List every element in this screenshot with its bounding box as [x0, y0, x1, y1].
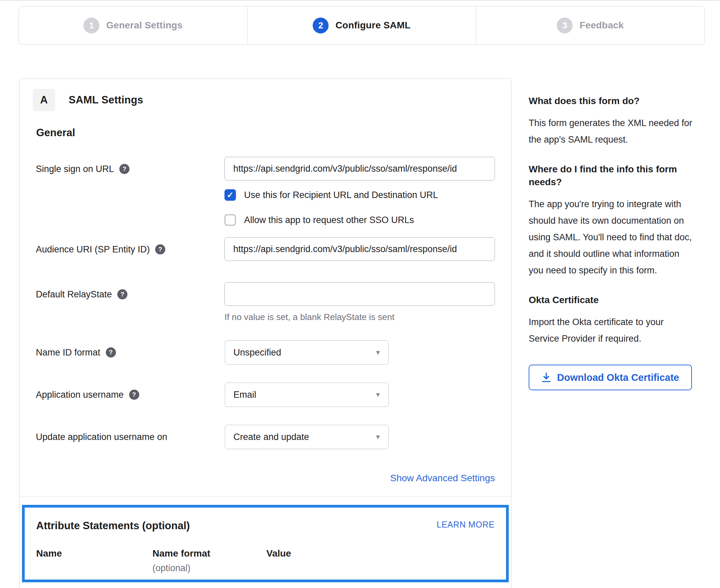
chevron-down-icon: ▾ — [376, 433, 380, 441]
attribute-statements-header: Attribute Statements (optional) LEARN MO… — [36, 520, 495, 532]
card-header: A SAML Settings — [20, 79, 511, 111]
download-icon — [541, 372, 551, 382]
relay-state-controls: If no value is set, a blank RelayState i… — [224, 282, 495, 322]
attr-col-name-format: Name format — [152, 548, 266, 559]
step-1-label: General Settings — [106, 20, 183, 31]
sidebar-heading-find-info: Where do I find the info this form needs… — [529, 163, 694, 189]
audience-uri-row: Audience URI (SP Entity ID) ? — [36, 237, 495, 261]
step-configure-saml[interactable]: 2 Configure SAML — [247, 6, 476, 44]
name-id-format-value: Unspecified — [233, 348, 281, 358]
step-2-label: Configure SAML — [335, 20, 410, 31]
card-title: SAML Settings — [69, 94, 143, 106]
saml-form: Single sign on URL ? ✓ Use this for Reci… — [20, 157, 511, 484]
configure-saml-page: 1 General Settings 2 Configure SAML 3 Fe… — [0, 0, 720, 588]
advanced-settings-row: Show Advanced Settings — [36, 473, 495, 484]
relay-state-label-wrap: Default RelayState ? — [36, 282, 224, 322]
sidebar-heading-form-purpose: What does this form do? — [529, 94, 694, 107]
audience-uri-input[interactable] — [224, 237, 495, 261]
recipient-url-check-row: ✓ Use this for Recipient URL and Destina… — [224, 189, 495, 201]
attribute-statements-title: Attribute Statements (optional) — [36, 520, 190, 532]
attribute-statements-section: Attribute Statements (optional) LEARN MO… — [22, 505, 509, 582]
wizard-stepper: 1 General Settings 2 Configure SAML 3 Fe… — [19, 6, 705, 45]
attribute-table-headers: Name Name format (optional) Value — [36, 548, 495, 573]
sidebar-body-okta-certificate: Import the Okta certificate to your Serv… — [529, 314, 694, 347]
step-1-circle: 1 — [83, 18, 99, 34]
section-divider — [20, 497, 511, 497]
audience-uri-label-wrap: Audience URI (SP Entity ID) ? — [36, 237, 224, 261]
name-id-format-label-wrap: Name ID format ? — [36, 340, 225, 365]
help-icon[interactable]: ? — [119, 164, 129, 174]
audience-uri-controls — [224, 237, 495, 261]
app-username-row: Application username ? Email ▾ — [36, 382, 495, 407]
update-username-controls: Create and update ▾ — [225, 425, 495, 449]
name-id-format-row: Name ID format ? Unspecified ▾ — [36, 340, 495, 365]
step-2-circle: 2 — [313, 18, 329, 34]
sso-url-input[interactable] — [224, 157, 495, 181]
attr-name-format-note: (optional) — [152, 563, 266, 573]
recipient-url-check-label: Use this for Recipient URL and Destinati… — [244, 190, 438, 201]
other-sso-check-label: Allow this app to request other SSO URLs — [244, 215, 414, 225]
update-username-label-wrap: Update application username on — [36, 425, 225, 449]
help-icon[interactable]: ? — [117, 289, 127, 299]
step-3-label: Feedback — [579, 20, 624, 31]
main-content: A SAML Settings General Single sign on U… — [0, 78, 720, 588]
app-username-value: Email — [233, 390, 256, 400]
help-icon[interactable]: ? — [129, 390, 139, 400]
app-username-select[interactable]: Email ▾ — [225, 382, 389, 407]
name-id-format-select[interactable]: Unspecified ▾ — [225, 340, 389, 365]
step-feedback[interactable]: 3 Feedback — [476, 6, 704, 44]
sidebar-heading-okta-certificate: Okta Certificate — [529, 294, 694, 307]
update-username-select[interactable]: Create and update ▾ — [225, 425, 389, 449]
sidebar-body-find-info: The app you're trying to integrate with … — [529, 196, 694, 279]
relay-state-label: Default RelayState — [36, 288, 112, 300]
sso-url-controls: ✓ Use this for Recipient URL and Destina… — [224, 157, 495, 226]
app-username-label: Application username — [36, 388, 124, 401]
other-sso-check-row: Allow this app to request other SSO URLs — [224, 214, 495, 226]
help-icon[interactable]: ? — [106, 348, 116, 358]
chevron-down-icon: ▾ — [376, 348, 380, 357]
attr-col-name: Name — [36, 548, 152, 559]
recipient-url-checkbox[interactable]: ✓ — [224, 189, 236, 201]
app-username-controls: Email ▾ — [225, 382, 495, 407]
app-username-label-wrap: Application username ? — [36, 382, 225, 407]
update-username-row: Update application username on Create an… — [36, 425, 495, 449]
general-heading: General — [36, 127, 511, 139]
learn-more-link[interactable]: LEARN MORE — [437, 520, 495, 529]
saml-settings-card: A SAML Settings General Single sign on U… — [19, 78, 511, 588]
other-sso-checkbox[interactable] — [224, 214, 236, 226]
help-icon[interactable]: ? — [155, 244, 165, 254]
update-username-value: Create and update — [233, 432, 309, 442]
update-username-label: Update application username on — [36, 431, 167, 443]
relay-state-input[interactable] — [224, 282, 495, 306]
name-id-format-label: Name ID format — [36, 346, 100, 359]
help-sidebar: What does this form do? This form genera… — [529, 78, 694, 390]
name-id-format-controls: Unspecified ▾ — [225, 340, 495, 365]
download-button-label: Download Okta Certificate — [557, 372, 679, 383]
sso-url-row: Single sign on URL ? ✓ Use this for Reci… — [36, 157, 495, 226]
sso-url-label: Single sign on URL — [36, 163, 114, 175]
attr-col-value: Value — [266, 548, 291, 559]
sso-url-label-wrap: Single sign on URL ? — [36, 157, 224, 226]
step-3-circle: 3 — [557, 18, 573, 34]
relay-state-row: Default RelayState ? If no value is set,… — [36, 282, 495, 322]
chevron-down-icon: ▾ — [376, 390, 380, 399]
sidebar-body-form-purpose: This form generates the XML needed for t… — [529, 115, 694, 148]
relay-state-hint: If no value is set, a blank RelayState i… — [224, 312, 495, 322]
show-advanced-settings-link[interactable]: Show Advanced Settings — [390, 473, 495, 483]
section-a-badge: A — [33, 89, 55, 111]
step-general-settings[interactable]: 1 General Settings — [19, 6, 247, 44]
audience-uri-label: Audience URI (SP Entity ID) — [36, 243, 150, 255]
download-okta-certificate-button[interactable]: Download Okta Certificate — [529, 365, 692, 390]
